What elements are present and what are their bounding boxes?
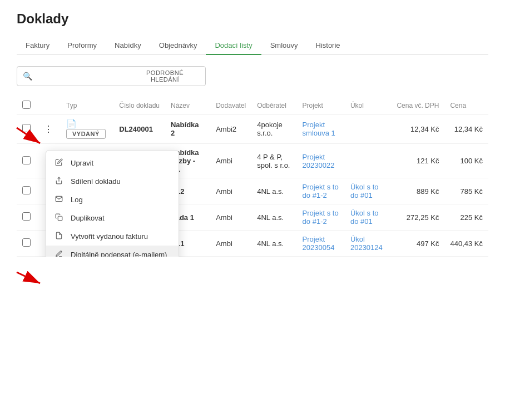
project-4: Projekt s to do #1-2: [297, 204, 345, 231]
search-input[interactable]: [37, 72, 130, 81]
project-5: Projekt 20230054: [297, 231, 345, 257]
price-3: 785 Kč: [444, 178, 488, 204]
menu-label-sign-email: Digitálně podepsat (e-mailem): [71, 251, 167, 257]
row-checkbox-2[interactable]: [22, 156, 31, 164]
menu-item-sdileni[interactable]: Sdílení dokladu: [46, 172, 179, 191]
task-2: [345, 144, 391, 178]
page-title: Doklady: [17, 11, 488, 27]
price-5: 440,43 Kč: [444, 231, 488, 257]
customer-1: 4pokoje s.r.o.: [251, 114, 296, 144]
project-1: Projekt smlouva 1: [297, 114, 345, 144]
table-row: ⋮ 📄 VYDANÝ DL240001 Nabídka 2 Ambi2 4pok…: [17, 114, 488, 144]
context-menu: Upravit Sdílení dokladu Log Duplikovat: [46, 150, 179, 257]
tab-objednavky[interactable]: Objednávky: [150, 37, 206, 55]
price-4: 225 Kč: [444, 204, 488, 231]
task-3: Úkol s to do #01: [345, 178, 391, 204]
tab-historie[interactable]: Historie: [307, 37, 349, 55]
menu-item-duplikovat[interactable]: Duplikovat: [46, 209, 179, 227]
col-projekt: Projekt: [297, 97, 345, 114]
menu-label-duplikovat: Duplikovat: [71, 214, 105, 222]
project-2: Projekt 20230022: [297, 144, 345, 178]
task-1: [345, 114, 391, 144]
row-checkbox-5[interactable]: [22, 238, 31, 247]
menu-item-sign-email[interactable]: Digitálně podepsat (e-mailem): [46, 246, 179, 257]
col-typ: Typ: [61, 97, 113, 114]
row-checkbox-3[interactable]: [22, 186, 31, 194]
menu-item-upravit[interactable]: Upravit: [46, 154, 179, 172]
menu-item-log[interactable]: Log: [46, 191, 179, 209]
menu-label-log: Log: [71, 196, 83, 204]
select-all-checkbox[interactable]: [22, 101, 31, 109]
supplier-3: Ambi: [210, 178, 251, 204]
svg-rect-1: [58, 216, 62, 221]
search-container: 🔍 PODROBNÉ HLEDÁNÍ: [17, 66, 206, 86]
doc-name-1: Nabídka 2: [165, 114, 210, 144]
price-vat-5: 497 Kč: [391, 231, 444, 257]
task-5: Úkol 20230124: [345, 231, 391, 257]
search-icon: 🔍: [23, 72, 32, 81]
price-vat-2: 121 Kč: [391, 144, 444, 178]
tab-bar: Faktury Proformy Nabídky Objednávky Doda…: [17, 37, 488, 55]
row-checkbox-1[interactable]: [22, 124, 31, 132]
doc-icon-1: 📄: [66, 119, 77, 128]
menu-label-faktura: Vytvořit vydanou fakturu: [71, 232, 148, 241]
col-ukol: Úkol: [345, 97, 391, 114]
supplier-1: Ambi2: [210, 114, 251, 144]
supplier-2: Ambi: [210, 144, 251, 178]
mail-icon: [55, 195, 65, 204]
tab-faktury[interactable]: Faktury: [17, 37, 58, 55]
task-4: Úkol s to do #01: [345, 204, 391, 231]
col-odberatel: Odběratel: [251, 97, 296, 114]
tab-dodaci-listy[interactable]: Dodací listy: [206, 37, 261, 55]
price-2: 100 Kč: [444, 144, 488, 178]
row-actions-button-1[interactable]: ⋮: [42, 123, 55, 136]
svg-line-9: [17, 272, 40, 283]
price-vat-3: 889 Kč: [391, 178, 444, 204]
supplier-4: Ambi: [210, 204, 251, 231]
row-checkbox-4[interactable]: [22, 212, 31, 221]
price-vat-1: 12,34 Kč: [391, 114, 444, 144]
sign-email-icon: [55, 250, 65, 257]
menu-item-faktura[interactable]: Vytvořit vydanou fakturu: [46, 227, 179, 246]
project-3: Projekt s to do #1-2: [297, 178, 345, 204]
invoice-icon: [55, 232, 65, 241]
menu-label-sdileni: Sdílení dokladu: [71, 177, 121, 186]
col-cena: Cena: [444, 97, 488, 114]
customer-4: 4NL a.s.: [251, 204, 296, 231]
customer-3: 4NL a.s.: [251, 178, 296, 204]
customer-2: 4 P & P, spol. s r.o.: [251, 144, 296, 178]
supplier-5: Ambi: [210, 231, 251, 257]
customer-5: 4NL a.s.: [251, 231, 296, 257]
table-container: Typ Číslo dokladu Název Dodavatel Odběra…: [17, 97, 488, 257]
tab-nabidky[interactable]: Nabídky: [106, 37, 150, 55]
col-nazev: Název: [165, 97, 210, 114]
doc-number-1: DL240001: [113, 114, 165, 144]
col-cislo: Číslo dokladu: [113, 97, 165, 114]
price-1: 12,34 Kč: [444, 114, 488, 144]
advanced-search-button[interactable]: PODROBNÉ HLEDÁNÍ: [130, 69, 200, 83]
copy-icon: [55, 213, 65, 223]
tab-proformy[interactable]: Proformy: [58, 37, 106, 55]
share-icon: [55, 177, 65, 186]
edit-icon: [55, 158, 65, 168]
col-cena-dph: Cena vč. DPH: [391, 97, 444, 114]
badge-vydany: VYDANÝ: [66, 129, 106, 139]
price-vat-4: 272,25 Kč: [391, 204, 444, 231]
tab-smlouvy[interactable]: Smlouvy: [261, 37, 307, 55]
menu-label-upravit: Upravit: [71, 159, 93, 167]
col-dodavatel: Dodavatel: [210, 97, 251, 114]
